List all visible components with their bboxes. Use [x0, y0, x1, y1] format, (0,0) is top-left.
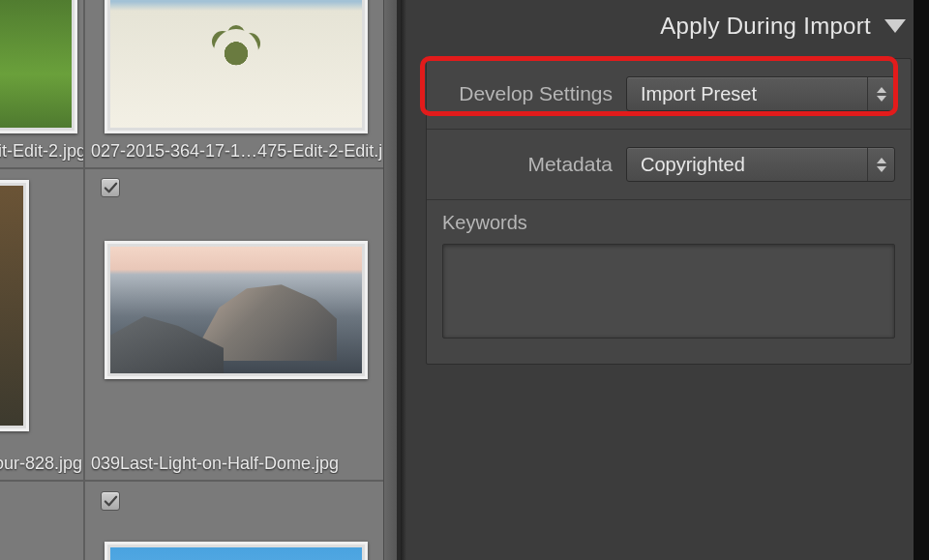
keywords-input[interactable] — [442, 244, 895, 339]
thumbnail-image — [110, 0, 362, 128]
thumbnail[interactable] — [0, 0, 77, 133]
thumbnail-image — [0, 186, 23, 426]
thumbnail[interactable] — [105, 0, 368, 133]
thumbnail-checkbox[interactable] — [101, 178, 120, 197]
chevron-up-icon — [877, 158, 886, 163]
panel-title: Apply During Import — [660, 13, 871, 40]
keywords-row: Keywords — [427, 200, 911, 364]
tutorial-highlight — [420, 56, 898, 116]
thumbnail-image — [0, 0, 72, 128]
grid-divider-vertical — [83, 0, 85, 560]
metadata-label: Metadata — [442, 153, 613, 176]
thumbnail-caption: our-828.jpg — [0, 454, 83, 474]
thumbnail-grid[interactable]: it-Edit-2.jpg 027-2015-364-17-1…475-Edit… — [0, 0, 401, 560]
thumbnail-checkbox[interactable] — [101, 491, 120, 511]
checkmark-icon — [104, 494, 118, 509]
thumbnail[interactable] — [105, 241, 368, 379]
thumbnail-image — [110, 547, 362, 560]
thumbnail[interactable] — [0, 180, 29, 431]
metadata-value: Copyrighted — [641, 154, 745, 176]
metadata-select[interactable]: Copyrighted — [626, 147, 895, 182]
panel-edge — [914, 0, 929, 560]
grid-divider-horizontal — [0, 167, 397, 169]
keywords-label: Keywords — [442, 212, 895, 234]
checkmark-icon — [104, 181, 118, 195]
grid-scrollbar[interactable] — [383, 0, 397, 560]
thumbnail-caption: 039Last-Light-on-Half-Dome.jpg — [91, 454, 391, 474]
chevron-down-icon — [877, 166, 886, 172]
grid-divider-horizontal — [0, 480, 397, 482]
app-root: it-Edit-2.jpg 027-2015-364-17-1…475-Edit… — [0, 0, 929, 560]
thumbnail-caption: 027-2015-364-17-1…475-Edit-2-Edit.jpg — [91, 141, 381, 162]
thumbnail-image — [110, 247, 362, 373]
thumbnail-caption: it-Edit-2.jpg — [0, 141, 83, 162]
metadata-row: Metadata Copyrighted — [427, 130, 911, 200]
panel-header[interactable]: Apply During Import — [426, 0, 912, 52]
right-panel: Apply During Import Develop Settings Imp… — [401, 0, 929, 560]
disclosure-triangle-icon[interactable] — [884, 19, 906, 33]
thumbnail[interactable] — [105, 542, 368, 560]
select-stepper-icon[interactable] — [867, 148, 894, 181]
